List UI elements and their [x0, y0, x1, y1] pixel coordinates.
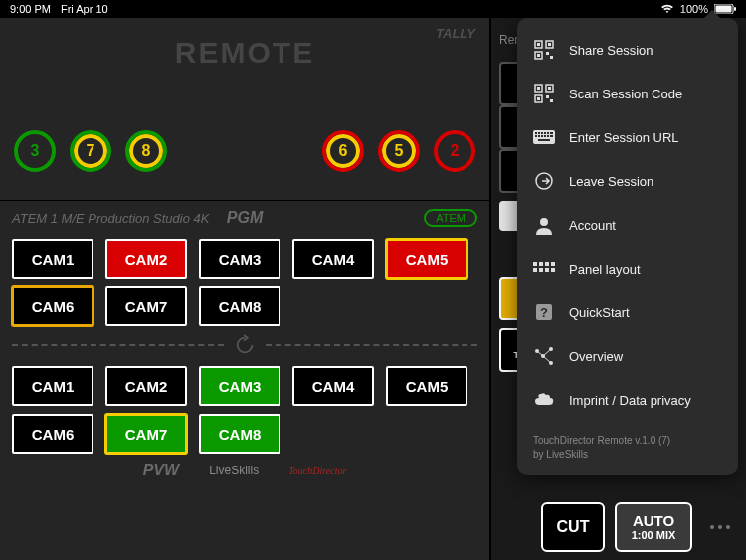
qr-icon — [533, 83, 555, 104]
svg-rect-7 — [548, 43, 551, 46]
svg-rect-22 — [541, 132, 543, 134]
svg-rect-25 — [550, 132, 553, 134]
menu-item-panel-layout[interactable]: Panel layout — [517, 247, 738, 290]
atem-badge: ATEM — [424, 209, 477, 227]
cam-button-cam6[interactable]: CAM6 — [12, 286, 93, 326]
menu-footer: TouchDirector Remote v.1.0 (7) by LiveSk… — [517, 422, 738, 466]
svg-rect-10 — [550, 56, 553, 59]
cam-button-cam4[interactable]: CAM4 — [292, 239, 374, 279]
svg-rect-36 — [539, 262, 543, 266]
menu-item-label: Scan Session Code — [569, 87, 682, 101]
tally-3[interactable]: 3 — [14, 130, 56, 172]
svg-rect-6 — [537, 43, 540, 46]
svg-rect-15 — [548, 87, 551, 90]
menu-item-overview[interactable]: Overview — [517, 334, 738, 378]
svg-rect-30 — [547, 135, 549, 137]
menu-item-quickstart[interactable]: ?QuickStart — [517, 290, 738, 334]
menu-item-label: Leave Session — [569, 174, 653, 189]
svg-rect-42 — [551, 268, 555, 272]
svg-rect-9 — [546, 52, 549, 55]
tally-heading: TALLY — [436, 26, 475, 41]
svg-text:?: ? — [540, 305, 548, 320]
remote-title: REMOTE — [175, 36, 314, 70]
liveskills-label: LiveSkills — [209, 464, 259, 477]
menu-item-leave-session[interactable]: Leave Session — [517, 159, 738, 203]
tally-6[interactable]: 6 — [322, 130, 364, 172]
cut-button[interactable]: CUT — [541, 502, 605, 552]
svg-rect-26 — [535, 135, 537, 137]
keyboard-icon — [533, 126, 555, 148]
svg-rect-21 — [538, 132, 540, 134]
cam-button-cam2[interactable]: CAM2 — [105, 366, 187, 406]
cam-button-cam3[interactable]: CAM3 — [199, 239, 280, 279]
layout-icon — [533, 258, 555, 280]
cam-button-cam3[interactable]: CAM3 — [199, 366, 280, 406]
svg-rect-29 — [544, 135, 546, 137]
tally-7[interactable]: 7 — [70, 130, 111, 172]
cam-button-cam7[interactable]: CAM7 — [105, 286, 187, 326]
svg-rect-2 — [734, 7, 736, 11]
svg-rect-24 — [547, 132, 549, 134]
account-icon — [533, 214, 555, 236]
cam-button-cam6[interactable]: CAM6 — [12, 414, 93, 454]
status-time: 9:00 PM — [10, 3, 51, 15]
cam-button-cam4[interactable]: CAM4 — [292, 366, 374, 406]
svg-rect-41 — [545, 268, 549, 272]
menu-item-label: Panel layout — [569, 262, 641, 277]
divider — [266, 344, 477, 346]
svg-rect-23 — [544, 132, 546, 134]
cam-button-cam1[interactable]: CAM1 — [12, 239, 93, 279]
menu-popover: Share SessionScan Session CodeEnter Sess… — [517, 18, 738, 475]
svg-rect-17 — [546, 95, 549, 98]
cam-button-cam8[interactable]: CAM8 — [199, 286, 280, 326]
svg-rect-38 — [551, 262, 555, 266]
svg-rect-40 — [539, 268, 543, 272]
svg-rect-37 — [545, 262, 549, 266]
svg-rect-28 — [541, 135, 543, 137]
menu-item-enter-session-url[interactable]: Enter Session URL — [517, 115, 738, 159]
menu-item-imprint-data-privacy[interactable]: Imprint / Data privacy — [517, 378, 738, 422]
device-name: ATEM 1 M/E Production Studio 4K — [12, 211, 209, 226]
pgm-label: PGM — [227, 209, 263, 227]
menu-item-label: Share Session — [569, 43, 653, 58]
statusbar: 9:00 PM Fri Apr 10 100% — [0, 0, 746, 18]
svg-rect-14 — [537, 87, 540, 90]
menu-item-label: Account — [569, 218, 616, 233]
cam-button-cam5[interactable]: CAM5 — [386, 366, 467, 406]
svg-point-34 — [540, 218, 548, 226]
menu-item-label: Imprint / Data privacy — [569, 393, 691, 408]
cam-button-cam8[interactable]: CAM8 — [199, 414, 280, 454]
svg-rect-35 — [533, 262, 537, 266]
menu-item-share-session[interactable]: Share Session — [517, 28, 738, 72]
cam-button-cam5[interactable]: CAM5 — [386, 239, 467, 279]
svg-rect-32 — [538, 139, 550, 141]
menu-item-label: Enter Session URL — [569, 130, 679, 145]
auto-button[interactable]: AUTO 1:00 MIX — [615, 502, 692, 552]
touchdirector-label: TouchDirector — [288, 466, 346, 476]
menu-item-label: QuickStart — [569, 305, 630, 320]
svg-rect-31 — [550, 135, 553, 137]
tally-5[interactable]: 5 — [378, 130, 420, 172]
privacy-icon — [533, 389, 555, 411]
cam-button-cam2[interactable]: CAM2 — [105, 239, 187, 279]
menu-item-account[interactable]: Account — [517, 203, 738, 247]
main-panel: TALLY REMOTE 378 652 ATEM 1 M/E Producti… — [0, 18, 489, 560]
svg-rect-18 — [550, 99, 553, 102]
tally-2[interactable]: 2 — [434, 130, 475, 172]
svg-rect-39 — [533, 268, 537, 272]
svg-rect-8 — [537, 54, 540, 57]
refresh-icon[interactable] — [234, 334, 256, 356]
cam-button-cam1[interactable]: CAM1 — [12, 366, 93, 406]
svg-rect-20 — [535, 132, 537, 134]
overview-icon — [533, 345, 555, 367]
qr-icon — [533, 39, 555, 61]
status-date: Fri Apr 10 — [61, 3, 108, 15]
wifi-icon — [660, 4, 674, 14]
cam-button-cam7[interactable]: CAM7 — [105, 414, 187, 454]
remote-panel: TALLY REMOTE 378 652 — [0, 18, 489, 201]
svg-rect-27 — [538, 135, 540, 137]
tally-8[interactable]: 8 — [125, 130, 167, 172]
more-icon[interactable] — [710, 525, 730, 529]
menu-item-scan-session-code[interactable]: Scan Session Code — [517, 72, 738, 115]
svg-rect-16 — [537, 97, 540, 100]
